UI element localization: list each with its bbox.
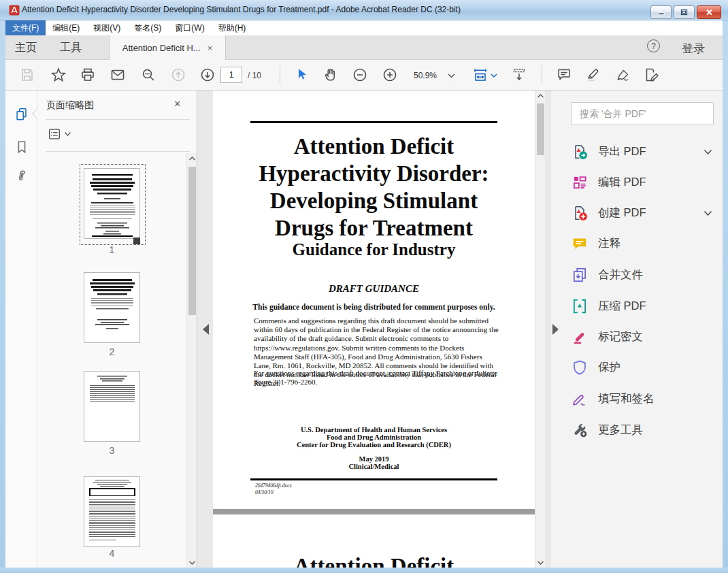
scrollbar-thumb[interactable] <box>188 167 196 315</box>
zoom-in-icon[interactable] <box>382 67 398 83</box>
combine-files-icon <box>571 266 589 284</box>
sign-in-button[interactable]: 登录 <box>682 41 705 56</box>
window-border-bottom <box>0 568 728 573</box>
tab-document[interactable]: Attention Deficit H... × <box>109 35 226 60</box>
tool-label: 更多工具 <box>598 423 643 438</box>
scrollbar-thumb[interactable] <box>537 103 544 155</box>
fit-width-icon[interactable] <box>472 67 489 83</box>
navigation-strip <box>5 91 37 568</box>
menu-edit[interactable]: 编辑(E) <box>46 20 86 35</box>
tool-label: 压缩 PDF <box>598 299 646 314</box>
fill-and-sign-icon[interactable] <box>644 67 660 83</box>
print-icon[interactable] <box>80 67 96 83</box>
highlighter-icon[interactable] <box>586 67 602 83</box>
tab-tools[interactable]: 工具 <box>60 35 82 60</box>
export-pdf-icon <box>571 143 589 161</box>
fit-dropdown-icon[interactable] <box>491 73 497 78</box>
minimize-button[interactable] <box>650 5 672 19</box>
scroll-up-icon[interactable] <box>535 91 546 101</box>
menu-window[interactable]: 窗口(W) <box>168 20 211 35</box>
email-icon[interactable] <box>110 67 126 83</box>
tools-search-input[interactable] <box>571 102 714 125</box>
org-line: U.S. Department of Health and Human Serv… <box>213 426 535 433</box>
panel-tool-comment[interactable]: 注释 <box>571 231 715 256</box>
draft-guidance-label: DRAFT GUIDANCE <box>213 283 535 295</box>
zoom-level-value[interactable]: 50.9% <box>414 71 437 80</box>
panel-tool-combine-files[interactable]: 合并文件 <box>571 263 715 287</box>
bookmarks-panel-icon[interactable] <box>14 138 29 156</box>
panel-tool-export-pdf[interactable]: 导出 PDF <box>571 140 715 164</box>
page-thumbnail-2[interactable] <box>84 272 140 343</box>
panel-tool-fill-sign[interactable]: 填写和签名 <box>571 387 715 411</box>
close-button[interactable] <box>697 5 721 19</box>
page-thumbnail-3[interactable] <box>84 371 140 442</box>
comment-icon[interactable] <box>556 67 572 83</box>
document-tab-label: Attention Deficit H... <box>122 43 201 53</box>
tab-close-icon[interactable]: × <box>208 44 213 52</box>
next-page-icon[interactable] <box>199 67 216 83</box>
panel-title: 页面缩略图 <box>46 99 94 112</box>
page-thumbnail-4[interactable] <box>84 476 140 547</box>
menu-view[interactable]: 视图(V) <box>86 20 127 35</box>
panel-tool-edit-pdf[interactable]: 编辑 PDF <box>571 170 715 195</box>
menu-bar: 文件(F) 编辑(E) 视图(V) 签名(S) 窗口(W) 帮助(H) <box>0 20 728 35</box>
attachments-panel-icon[interactable] <box>13 166 31 186</box>
menu-sign[interactable]: 签名(S) <box>127 20 168 35</box>
org-line: Food and Drug Administration <box>213 433 535 441</box>
thumbnail-label-4: 4 <box>84 548 140 559</box>
document-title-line: Attention Deficit <box>213 133 535 160</box>
page-number-input[interactable] <box>220 67 242 83</box>
page-rule <box>250 121 497 123</box>
collapse-left-panel-icon[interactable] <box>203 324 209 335</box>
footnote-line: 04/30/19 <box>255 489 274 495</box>
panel-tool-more-tools[interactable]: 更多工具 <box>571 418 715 442</box>
content-area: 页面缩略图 × 1 2 3 4 <box>5 91 723 568</box>
panel-tool-create-pdf[interactable]: 创建 PDF <box>571 201 715 225</box>
maximize-button[interactable] <box>674 5 695 19</box>
save-icon[interactable] <box>19 67 35 83</box>
page-scrolling-icon[interactable] <box>511 67 527 83</box>
divider <box>46 119 190 120</box>
compress-pdf-icon <box>571 297 589 315</box>
page-thumbnail-1[interactable] <box>84 168 140 239</box>
thumbnail-resize-handle[interactable] <box>133 238 140 244</box>
chevron-down-icon[interactable] <box>704 210 712 216</box>
window-border-right <box>723 20 728 573</box>
zoom-dropdown-icon[interactable] <box>448 73 455 78</box>
panel-tool-protect[interactable]: 保护 <box>571 355 715 380</box>
document-scrollbar[interactable] <box>535 91 545 568</box>
close-icon <box>706 9 713 16</box>
document-title-line: Developing Stimulant <box>213 187 535 214</box>
panel-tool-compress-pdf[interactable]: 压缩 PDF <box>571 294 715 318</box>
tab-home[interactable]: 主页 <box>15 35 37 60</box>
search-icon[interactable] <box>140 67 156 83</box>
tools-panel: 导出 PDF 编辑 PDF 创建 PDF 注释 合并文件 <box>550 91 723 568</box>
thumbnail-label-1: 1 <box>84 244 140 255</box>
star-icon[interactable] <box>50 67 67 83</box>
minimize-icon <box>658 10 665 16</box>
scroll-up-icon[interactable] <box>187 153 197 163</box>
previous-page-icon[interactable] <box>170 67 186 83</box>
help-button[interactable]: ? <box>647 39 660 52</box>
thumbnail-scrollbar[interactable] <box>186 153 197 568</box>
title-bar: Attention Deficit Hyperactivity Disorder… <box>0 0 728 20</box>
menu-help[interactable]: 帮助(H) <box>212 20 253 35</box>
menu-file[interactable]: 文件(F) <box>5 20 46 35</box>
hand-tool-icon[interactable] <box>322 67 339 83</box>
comment-note-icon <box>571 235 589 252</box>
collapse-right-panel-icon[interactable] <box>552 324 559 335</box>
panel-tool-redact[interactable]: 标记密文 <box>571 325 715 349</box>
options-dropdown-icon <box>65 132 71 136</box>
scroll-down-icon[interactable] <box>535 557 546 568</box>
zoom-out-icon[interactable] <box>352 67 368 83</box>
scroll-down-icon[interactable] <box>187 557 197 568</box>
page-thumbnails-panel-icon[interactable] <box>14 105 29 123</box>
sign-icon[interactable] <box>615 67 631 83</box>
select-tool-icon[interactable] <box>294 67 310 83</box>
thumbnail-options-button[interactable] <box>47 126 71 142</box>
chevron-down-icon[interactable] <box>704 149 712 155</box>
tool-label: 合并文件 <box>598 267 643 282</box>
thumbnail-label-2: 2 <box>84 346 140 357</box>
document-title-line: Hyperactivity Disorder: <box>213 160 535 187</box>
panel-close-icon[interactable]: × <box>174 98 180 110</box>
